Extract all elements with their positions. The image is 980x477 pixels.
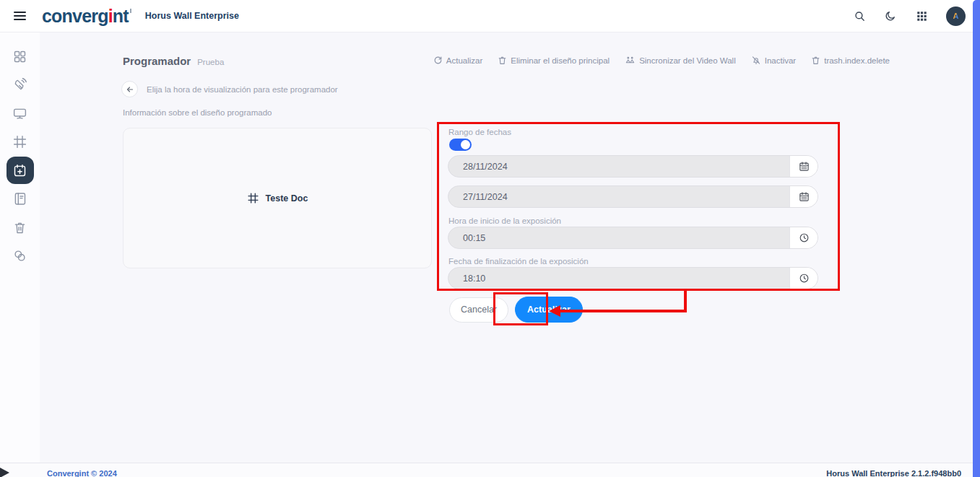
date-range-label: Rango de fechas: [448, 128, 511, 136]
footer-copyright-link[interactable]: Convergint © 2024: [47, 469, 117, 477]
annotation-arrow-vertical: [684, 291, 687, 311]
start-time-picker-button[interactable]: [789, 227, 818, 248]
inactivate-action[interactable]: Inactivar: [751, 56, 796, 65]
start-time-group: [448, 227, 818, 249]
avatar[interactable]: A: [946, 6, 966, 26]
start-time-input[interactable]: [448, 227, 781, 248]
sidebar: [0, 32, 40, 463]
trash-icon: [498, 56, 507, 65]
page: convergint Horus Wall Enterprise: [0, 0, 980, 477]
refresh-action[interactable]: Actualizar: [433, 56, 483, 65]
trash-icon: [811, 56, 820, 65]
app-title: Horus Wall Enterprise: [145, 11, 239, 21]
page-subtitle: Prueba: [197, 58, 224, 66]
dashboard-icon: [12, 49, 27, 64]
sidebar-item-dashboard[interactable]: [6, 43, 34, 70]
update-button[interactable]: Actualizar: [515, 297, 583, 323]
calendar-icon: [799, 161, 810, 172]
trash-icon: [12, 220, 27, 235]
action-label: Eliminar el diseño principal: [511, 56, 610, 65]
sidebar-item-journal[interactable]: [6, 185, 34, 213]
start-date-picker-button[interactable]: [789, 156, 818, 177]
end-time-picker-button[interactable]: [789, 268, 818, 289]
back-row: Elija la hora de visualización para este…: [121, 81, 338, 97]
footer: Convergint © 2024 Horus Wall Enterprise …: [0, 463, 980, 477]
antenna-icon: [12, 77, 27, 92]
refresh-icon: [433, 56, 443, 65]
start-date-group: [448, 155, 818, 178]
footer-version: Horus Wall Enterprise 2.1.2.f948bb0: [826, 469, 961, 477]
end-date-picker-button[interactable]: [789, 186, 818, 207]
page-header: Programador Prueba: [123, 55, 224, 67]
action-label: Actualizar: [446, 56, 483, 65]
delete-main-layout-action[interactable]: Eliminar el diseño principal: [498, 56, 610, 65]
convergint-logo[interactable]: convergint: [42, 6, 131, 27]
end-time-input[interactable]: [448, 268, 781, 289]
action-label: Inactivar: [765, 56, 796, 65]
logo-text: converg: [42, 6, 108, 26]
date-range-toggle[interactable]: [449, 139, 472, 151]
top-navbar: convergint Horus Wall Enterprise: [0, 0, 980, 32]
frame-icon: [247, 192, 259, 204]
sidebar-item-displays[interactable]: [6, 100, 34, 127]
bell-slash-icon: [751, 56, 761, 65]
grid-icon[interactable]: [915, 9, 928, 22]
sidebar-item-links[interactable]: [6, 242, 34, 270]
cursor-artifact: [0, 468, 9, 477]
end-time-group: [448, 267, 818, 289]
back-button[interactable]: [121, 81, 138, 97]
navbar-actions: A: [853, 6, 966, 26]
cancel-button[interactable]: Cancelar: [449, 297, 508, 323]
frame-icon: [12, 134, 27, 149]
action-toolbar: Actualizar Eliminar el diseño principal …: [433, 56, 890, 65]
monitor-icon: [12, 106, 27, 121]
sync-icon: [625, 56, 636, 65]
notebook-icon: [12, 191, 27, 206]
section-label: Información sobre el diseño programado: [123, 108, 272, 117]
calendar-icon: [799, 191, 810, 202]
toggle-knob: [461, 140, 470, 149]
scheduled-layout-card[interactable]: Teste Doc: [123, 128, 432, 268]
vertical-scrollbar[interactable]: [973, 0, 980, 477]
page-title: Programador: [123, 55, 191, 67]
sidebar-item-scheduler[interactable]: [6, 157, 34, 184]
search-icon[interactable]: [853, 9, 866, 22]
start-date-input[interactable]: [448, 156, 781, 177]
action-label: Sincronizar del Video Wall: [639, 56, 736, 65]
form-buttons: Cancelar Actualizar: [449, 297, 583, 323]
sidebar-item-broadcast[interactable]: [6, 71, 34, 99]
avatar-letter: A: [953, 12, 959, 20]
layout-name: Teste Doc: [266, 193, 308, 204]
clock-icon: [799, 273, 810, 284]
logo-text: nt: [113, 6, 129, 26]
sidebar-item-trash[interactable]: [6, 214, 34, 241]
end-date-group: [448, 185, 818, 208]
action-label: trash.index.delete: [824, 56, 890, 65]
end-date-input[interactable]: [448, 186, 781, 207]
clock-icon: [799, 232, 810, 243]
trash-index-delete-action[interactable]: trash.index.delete: [811, 56, 890, 65]
start-time-label: Hora de inicio de la exposición: [448, 216, 561, 225]
back-instruction: Elija la hora de visualización para este…: [147, 85, 338, 94]
sidebar-item-layouts[interactable]: [6, 128, 34, 156]
hamburger-icon[interactable]: [14, 12, 26, 20]
link-icon: [12, 248, 27, 263]
moon-icon[interactable]: [884, 9, 897, 22]
calendar-plus-icon: [12, 163, 27, 178]
end-time-label: Fecha de finalización de la exposición: [448, 257, 589, 266]
logo-trademark: [130, 9, 131, 13]
arrow-left-icon: [126, 85, 134, 94]
sync-video-wall-action[interactable]: Sincronizar del Video Wall: [625, 56, 736, 65]
